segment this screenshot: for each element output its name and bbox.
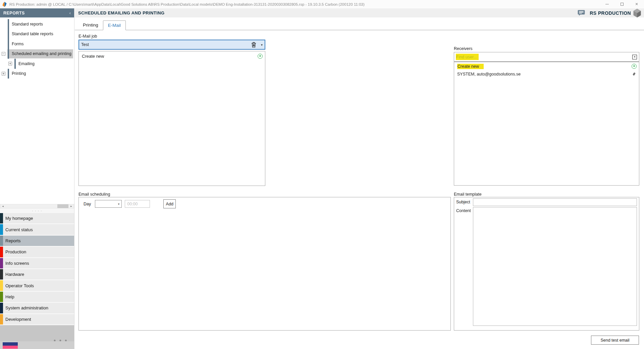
tree-item-bar bbox=[8, 69, 9, 79]
tree-horizontal-scrollbar[interactable]: ◄ ► bbox=[0, 204, 74, 208]
chevron-down-icon[interactable]: ▾ bbox=[261, 43, 263, 47]
tree-item-printing[interactable]: + Printing bbox=[0, 69, 74, 79]
day-select[interactable]: ▾ bbox=[95, 200, 122, 208]
nav-item-info-screens[interactable]: Info screens bbox=[0, 258, 74, 269]
collapse-expander-icon[interactable]: − bbox=[2, 52, 5, 56]
application-window: RS Production: admin @ LOCAL / C:\Users\… bbox=[0, 0, 644, 349]
main-area: SCHEDULED EMAILING AND PRINTING RS PRODU… bbox=[75, 8, 644, 349]
add-schedule-button[interactable]: Add bbox=[163, 199, 176, 208]
email-job-label: E-Mail job bbox=[78, 34, 97, 39]
brand-area: RS PRODUCTION bbox=[578, 9, 641, 17]
tree-item-forms[interactable]: Forms bbox=[0, 39, 74, 49]
tree-item-standard-table-reports[interactable]: Standard table reports bbox=[0, 29, 74, 39]
content-label: Content bbox=[456, 207, 473, 326]
clear-search-icon[interactable]: ✕ bbox=[632, 55, 637, 59]
send-test-email-button[interactable]: Send test email bbox=[591, 336, 639, 345]
nav-item-help[interactable]: Help bbox=[0, 292, 74, 303]
expand-expander-icon[interactable]: + bbox=[8, 62, 12, 65]
window-title: RS Production: admin @ LOCAL / C:\Users\… bbox=[9, 2, 365, 6]
tree-item-bar bbox=[8, 29, 9, 39]
email-template-panel: Subject Content bbox=[454, 197, 639, 331]
tab-email[interactable]: E-Mail bbox=[103, 20, 126, 30]
nav-item-production[interactable]: Production bbox=[0, 247, 74, 258]
message-icon[interactable] bbox=[578, 10, 585, 16]
tree-item-emailing[interactable]: + Emailing bbox=[0, 59, 74, 69]
report-tree: Standard reports Standard table reports … bbox=[0, 17, 74, 204]
nav-color-bar bbox=[0, 258, 3, 268]
close-button[interactable]: ✕ bbox=[629, 0, 644, 8]
brand-text: RS PRODUCTION bbox=[590, 10, 631, 16]
find-user-input[interactable] bbox=[456, 55, 632, 59]
tree-item-bar bbox=[8, 19, 9, 29]
tree-item-bar bbox=[8, 39, 9, 49]
link-icon[interactable] bbox=[632, 71, 637, 77]
page-header: SCHEDULED EMAILING AND PRINTING RS PRODU… bbox=[75, 8, 644, 17]
add-receiver-icon[interactable]: + bbox=[632, 64, 637, 69]
maximize-button[interactable] bbox=[614, 0, 629, 8]
nav-color-bar bbox=[0, 224, 3, 235]
email-job-list: Create new + bbox=[78, 51, 265, 186]
tree-item-scheduled-emailing-and-printing[interactable]: − Scheduled emailing and printing bbox=[0, 49, 74, 59]
delete-job-trash-icon[interactable] bbox=[251, 42, 256, 48]
find-user-row: ✕ bbox=[454, 52, 639, 62]
brand-logo-icon bbox=[633, 9, 641, 17]
nav-item-development[interactable]: Development bbox=[0, 314, 74, 325]
nav-item-system-administration[interactable]: System administration bbox=[0, 303, 74, 314]
sidebar-header: REPORTS ‹ bbox=[0, 8, 74, 17]
receiver-item-create-new[interactable]: Create new + bbox=[454, 62, 639, 70]
nav-color-bar bbox=[0, 236, 3, 246]
scrollbar-track[interactable] bbox=[5, 204, 69, 208]
nav-color-bar bbox=[0, 247, 3, 257]
page-title: SCHEDULED EMAILING AND PRINTING bbox=[78, 10, 578, 15]
sidebar-bottom-strip bbox=[0, 341, 74, 349]
subject-label: Subject bbox=[456, 198, 473, 206]
module-navigation: My homepage Current status Reports Produ… bbox=[0, 213, 74, 325]
nav-color-bar bbox=[0, 314, 3, 325]
sidebar: REPORTS ‹ Standard reports Standard tabl… bbox=[0, 8, 74, 349]
email-job-combobox[interactable]: Test ▾ bbox=[78, 40, 265, 50]
nav-item-operator-tools[interactable]: Operator Tools bbox=[0, 280, 74, 291]
email-scheduling-label: Email scheduling bbox=[78, 192, 110, 197]
sidebar-title: REPORTS bbox=[3, 11, 69, 15]
tree-item-bar bbox=[8, 49, 9, 59]
nav-color-bar bbox=[0, 292, 3, 302]
nav-item-current-status[interactable]: Current status bbox=[0, 224, 74, 235]
tree-item-bar bbox=[14, 59, 16, 69]
collapse-sidebar-icon[interactable]: ‹ bbox=[69, 10, 71, 15]
email-job-selected-value: Test bbox=[81, 42, 251, 47]
scroll-left-icon[interactable]: ◄ bbox=[0, 204, 5, 208]
email-template-label: Email template bbox=[454, 192, 482, 197]
minimize-button[interactable] bbox=[600, 0, 614, 8]
receivers-list: Create new + SYSTEM, auto@goodsolutions.… bbox=[454, 62, 639, 78]
nav-item-hardware[interactable]: Hardware bbox=[0, 269, 74, 280]
app-icon bbox=[2, 2, 7, 7]
tab-bar: Printing E-Mail bbox=[75, 17, 644, 30]
email-scheduling-panel: Day ▾ Add bbox=[78, 197, 451, 331]
expand-expander-icon[interactable]: + bbox=[2, 72, 5, 76]
scroll-right-icon[interactable]: ► bbox=[69, 204, 74, 208]
day-label: Day bbox=[84, 202, 91, 206]
job-list-item-create-new[interactable]: Create new + bbox=[79, 51, 265, 60]
add-job-icon[interactable]: + bbox=[258, 54, 263, 59]
scrollbar-thumb[interactable] bbox=[57, 204, 68, 208]
sidebar-splitter[interactable]: · · · · bbox=[0, 208, 74, 213]
nav-item-my-homepage[interactable]: My homepage bbox=[0, 213, 74, 224]
nav-color-bar bbox=[0, 213, 3, 223]
content-textarea[interactable] bbox=[473, 207, 637, 326]
nav-color-bar bbox=[0, 280, 3, 291]
time-input[interactable] bbox=[125, 200, 150, 208]
nav-item-reports[interactable]: Reports bbox=[0, 236, 74, 247]
tree-item-standard-reports[interactable]: Standard reports bbox=[0, 19, 74, 29]
nav-color-bar bbox=[0, 269, 3, 280]
receivers-label: Receivers bbox=[454, 46, 473, 51]
subject-input[interactable] bbox=[473, 198, 637, 206]
title-bar: RS Production: admin @ LOCAL / C:\Users\… bbox=[0, 0, 644, 8]
nav-color-bar bbox=[0, 303, 3, 313]
chevron-down-icon: ▾ bbox=[118, 202, 120, 206]
receiver-item-system[interactable]: SYSTEM, auto@goodsolutions.se bbox=[454, 70, 639, 78]
flag-icon bbox=[3, 342, 18, 349]
receivers-panel: ✕ Create new + SYSTEM, auto@goodsolution… bbox=[454, 52, 639, 186]
tab-printing[interactable]: Printing bbox=[78, 20, 103, 30]
